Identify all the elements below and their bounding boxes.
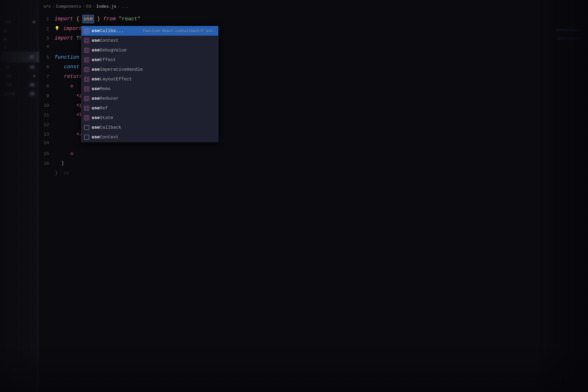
autocomplete-label-2: useDebugValue (92, 48, 216, 53)
breadcrumb-src: src (44, 4, 51, 9)
autocomplete-icon-11 (84, 135, 89, 140)
token-use-highlight: use (82, 15, 94, 23)
autocomplete-label-3: useEffect (92, 57, 216, 62)
autocomplete-icon-8 (84, 106, 89, 111)
line-content-1: import { use } from "react" (54, 15, 140, 23)
autocomplete-item-4[interactable]: useImperativeHandle (81, 65, 218, 74)
sidebar-item-1[interactable]: nts (0, 17, 39, 27)
filename-json: k.json (4, 92, 15, 96)
dot-jsx (33, 75, 35, 77)
sidebar-label-1: nts (4, 20, 11, 24)
line-num-7: 7 (40, 74, 54, 79)
autocomplete-item-11[interactable]: useContext (81, 132, 218, 142)
token-react-str: "react" (119, 16, 140, 22)
line-num-1: 1 (40, 16, 54, 22)
rest-2: DebugValue (100, 48, 127, 53)
sidebar-file-json[interactable]: k.json M (0, 89, 39, 98)
dot-3 (4, 38, 6, 40)
match-3: use (92, 57, 100, 62)
sidebar-file-jsx[interactable]: .jsx (0, 72, 39, 80)
breadcrumb-sep-3: › (92, 4, 95, 9)
breadcrumb-components: Components (56, 4, 81, 9)
breadcrumb-extra: ... (122, 4, 129, 9)
breadcrumb-file: Index.js (96, 4, 116, 9)
match-5: use (92, 76, 100, 82)
autocomplete-item-9[interactable]: useState (81, 113, 218, 123)
match-4: use (92, 67, 100, 72)
rest-0: Callba... (100, 28, 124, 34)
rest-11: Context (100, 134, 118, 140)
token-brace-close: } (55, 170, 58, 176)
autocomplete-item-5[interactable]: useLayoutEffect (81, 74, 218, 84)
cube-icon-3 (84, 58, 89, 62)
breadcrumb-c3: C3 (86, 4, 91, 9)
autocomplete-item-3[interactable]: useEffect (81, 55, 218, 65)
badge-css: M (30, 83, 35, 87)
autocomplete-item-10[interactable]: useCallback (81, 123, 218, 132)
token-indent-9 (55, 93, 73, 98)
cube-icon-7 (84, 96, 89, 101)
autocomplete-item-8[interactable]: useRef (81, 103, 218, 113)
sidebar-file-css[interactable]: .css M (0, 80, 39, 89)
square-icon-10 (84, 125, 89, 130)
cube-icon-5 (84, 77, 89, 82)
line-num-12: 12 (40, 122, 55, 128)
token-import-2: import (63, 26, 82, 32)
token-diamond-close: ◇ (70, 151, 73, 156)
lightbulb-icon: 💡 (54, 26, 60, 31)
breadcrumb-sep-1: › (52, 4, 54, 9)
sidebar: nts U .js U .jsx (0, 0, 39, 392)
filename-js: .js (4, 66, 10, 69)
autocomplete-item-6[interactable]: useMemo (81, 84, 218, 94)
token-indent-7 (54, 74, 61, 80)
autocomplete-label-5: useLayoutEffect (92, 76, 216, 82)
autocomplete-item-0[interactable]: useCallba... function React.useCallback<… (81, 26, 218, 36)
dot-2 (4, 30, 6, 32)
autocomplete-item-2[interactable]: useDebugValue (81, 45, 218, 55)
autocomplete-label-8: useRef (92, 106, 216, 111)
line-num-9: 9 (40, 93, 55, 98)
badge-json: M (30, 92, 35, 96)
autocomplete-dropdown[interactable]: useCallba... function React.useCallback<… (81, 26, 218, 142)
breadcrumb: src › Components › C3 › Index.js › ... (44, 4, 129, 9)
cube-icon-0 (84, 28, 89, 33)
autocomplete-icon-1 (84, 38, 89, 43)
line-num-6: 6 (40, 64, 54, 70)
autocomplete-icon-2 (84, 48, 89, 53)
sidebar-file-js[interactable]: .js U (0, 62, 39, 72)
autocomplete-item-1[interactable]: useContext (81, 36, 218, 45)
match-10: use (92, 125, 100, 130)
sidebar-item-2[interactable] (0, 27, 39, 35)
sidebar-item-5[interactable]: U (0, 52, 39, 62)
badge-js: U (30, 65, 35, 69)
sidebar-item-3[interactable] (0, 35, 39, 44)
cube-icon-1 (84, 38, 89, 43)
line-num-3: 3 (40, 36, 54, 41)
autocomplete-item-7[interactable]: useReducer (81, 94, 218, 103)
filename-css: .css (4, 83, 12, 86)
cube-icon-4 (84, 67, 89, 72)
token-indent-8 (54, 83, 67, 89)
cube-icon-8 (84, 106, 89, 110)
breadcrumb-sep-4: › (118, 4, 120, 9)
line-num-10: 10 (40, 103, 55, 108)
token-diamond-open: ◇ (70, 83, 73, 89)
editor-container: nts U .js U .jsx (0, 0, 588, 392)
token-brace-open-1: { (76, 16, 80, 22)
cube-icon-6 (84, 86, 89, 91)
right-hint-1: useCallback (556, 28, 580, 32)
code-line-16: 16 ) (40, 158, 588, 168)
cube-icon-2 (84, 48, 89, 53)
right-hint-2: useContext (556, 36, 580, 40)
autocomplete-icon-6 (84, 86, 89, 92)
rest-5: LayoutEffect (100, 76, 132, 82)
rest-4: ImperativeHandle (100, 67, 143, 72)
sidebar-file-list: nts U .js U .jsx (0, 0, 39, 98)
autocomplete-icon-4 (84, 67, 89, 72)
match-1: use (92, 38, 100, 43)
token-c3-ref: C3 (64, 171, 69, 176)
sidebar-item-4[interactable] (0, 44, 39, 52)
autocomplete-label-9: useState (92, 115, 216, 120)
code-line-17: } C3 (40, 168, 588, 178)
line-content-8: ◇ (54, 82, 73, 90)
